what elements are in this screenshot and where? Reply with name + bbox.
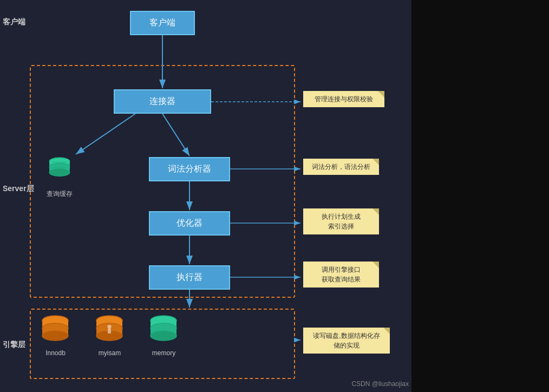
- svg-point-22: [151, 331, 177, 341]
- note-connector: 管理连接与权限校验: [303, 91, 384, 107]
- svg-point-4: [49, 169, 70, 177]
- query-cache-area: 查询缓存: [43, 154, 76, 199]
- client-box: 客户端: [130, 11, 195, 35]
- query-cache-label: 查询缓存: [47, 190, 73, 199]
- svg-rect-17: [108, 329, 111, 334]
- engine-icons: Innodb myisam: [38, 314, 181, 357]
- myisam-icon: [92, 314, 127, 347]
- myisam-label: myisam: [99, 349, 121, 357]
- client-layer-label: 客户端: [3, 17, 25, 27]
- memory-label: memory: [152, 349, 175, 357]
- note-engine: 读写磁盘,数据结构化存 储的实现: [303, 328, 390, 354]
- lexer-box: 词法分析器: [149, 157, 230, 181]
- note-executor: 调用引擎接口 获取查询结果: [303, 262, 379, 288]
- innodb-icon: [38, 314, 73, 347]
- memory-icon: [146, 314, 181, 347]
- note-optimizer: 执行计划生成 索引选择: [303, 208, 379, 234]
- innodb-item: Innodb: [38, 314, 73, 357]
- connector-box: 连接器: [114, 89, 211, 114]
- memory-item: memory: [146, 314, 181, 357]
- engine-layer-label: 引擎层: [3, 340, 25, 350]
- main-content: 客户端 Server层 引擎层 客户端 连接器 词法分析器 优化器 执行器: [0, 0, 411, 392]
- executor-box: 执行器: [149, 265, 230, 290]
- query-cache-icon: [43, 154, 76, 187]
- optimizer-box: 优化器: [149, 211, 230, 236]
- myisam-item: myisam: [92, 314, 127, 357]
- watermark: CSDN @liushaojiax: [351, 380, 409, 388]
- server-layer-label: Server层: [3, 184, 34, 194]
- svg-point-11: [42, 331, 68, 341]
- innodb-label: Innodb: [45, 349, 66, 357]
- right-panel: [411, 0, 549, 392]
- note-lexer: 词法分析，语法分析: [303, 159, 379, 175]
